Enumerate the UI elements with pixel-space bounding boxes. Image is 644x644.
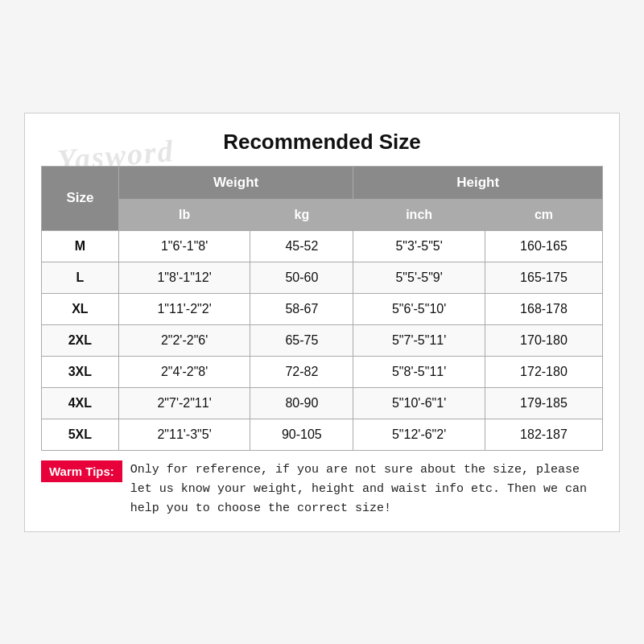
table-row: XL1"11'-2"2'58-675"6'-5"10'168-178 <box>42 293 603 324</box>
table-row: 3XL2"4'-2"8'72-825"8'-5"11'172-180 <box>42 356 603 387</box>
warm-tips-section: Warm Tips: Only for reference, if you ar… <box>41 460 603 518</box>
size-cell: 4XL <box>42 387 119 419</box>
table-row: 4XL2"7'-2"11'80-905"10'-6"1'179-185 <box>42 387 603 419</box>
lb-cell: 2"11'-3"5' <box>118 419 250 450</box>
height-header: Height <box>353 166 603 199</box>
cm-cell: 182-187 <box>485 419 602 450</box>
kg-cell: 90-105 <box>250 419 353 450</box>
size-cell: M <box>42 230 119 262</box>
kg-cell: 72-82 <box>250 356 353 387</box>
kg-cell: 65-75 <box>250 324 353 356</box>
inch-cell: 5"6'-5"10' <box>353 293 485 324</box>
inch-cell: 5"5'-5"9' <box>353 262 485 293</box>
lb-cell: 2"7'-2"11' <box>118 387 250 419</box>
table-row: 2XL2"2'-2"6'65-755"7'-5"11'170-180 <box>42 324 603 356</box>
size-cell: 5XL <box>42 419 119 450</box>
size-chart-container: Yasword Recommended Size Size Weight Hei… <box>24 113 620 532</box>
cm-cell: 160-165 <box>485 230 602 262</box>
lb-cell: 1"6'-1"8' <box>118 230 250 262</box>
inch-header: inch <box>353 199 485 230</box>
inch-cell: 5"3'-5"5' <box>353 230 485 262</box>
page-title: Recommended Size <box>41 130 603 155</box>
lb-header: lb <box>118 199 250 230</box>
inch-cell: 5"12'-6"2' <box>353 419 485 450</box>
lb-cell: 1"11'-2"2' <box>118 293 250 324</box>
size-cell: 2XL <box>42 324 119 356</box>
size-header: Size <box>42 166 119 230</box>
warm-tips-text: Only for reference, if you are not sure … <box>130 460 603 518</box>
table-body: M1"6'-1"8'45-525"3'-5"5'160-165L1"8'-1"1… <box>42 230 603 450</box>
inch-cell: 5"8'-5"11' <box>353 356 485 387</box>
kg-header: kg <box>250 199 353 230</box>
header-group-row: Size Weight Height <box>42 166 603 199</box>
table-row: M1"6'-1"8'45-525"3'-5"5'160-165 <box>42 230 603 262</box>
size-cell: L <box>42 262 119 293</box>
cm-cell: 165-175 <box>485 262 602 293</box>
cm-cell: 168-178 <box>485 293 602 324</box>
size-cell: 3XL <box>42 356 119 387</box>
sub-header-row: lb kg inch cm <box>42 199 603 230</box>
cm-cell: 170-180 <box>485 324 602 356</box>
table-row: 5XL2"11'-3"5'90-1055"12'-6"2'182-187 <box>42 419 603 450</box>
lb-cell: 2"2'-2"6' <box>118 324 250 356</box>
size-table: Size Weight Height lb kg inch cm M1"6'-1… <box>41 166 603 451</box>
kg-cell: 80-90 <box>250 387 353 419</box>
warm-tips-label: Warm Tips: <box>41 460 122 482</box>
cm-cell: 172-180 <box>485 356 602 387</box>
kg-cell: 58-67 <box>250 293 353 324</box>
inch-cell: 5"7'-5"11' <box>353 324 485 356</box>
lb-cell: 1"8'-1"12' <box>118 262 250 293</box>
inch-cell: 5"10'-6"1' <box>353 387 485 419</box>
cm-header: cm <box>485 199 602 230</box>
kg-cell: 50-60 <box>250 262 353 293</box>
kg-cell: 45-52 <box>250 230 353 262</box>
cm-cell: 179-185 <box>485 387 602 419</box>
table-row: L1"8'-1"12'50-605"5'-5"9'165-175 <box>42 262 603 293</box>
weight-header: Weight <box>118 166 353 199</box>
lb-cell: 2"4'-2"8' <box>118 356 250 387</box>
size-cell: XL <box>42 293 119 324</box>
